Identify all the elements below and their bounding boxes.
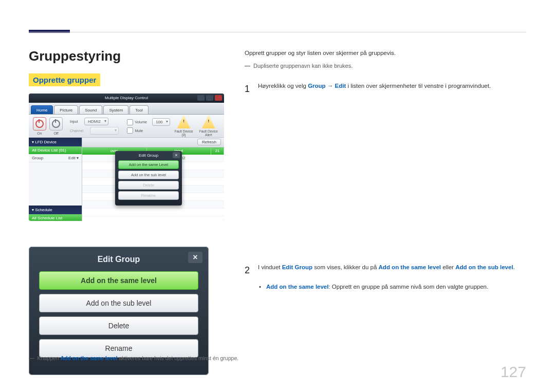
tab-sound[interactable]: Sound — [79, 105, 102, 114]
header-accent-bar — [29, 30, 70, 33]
step-1: 1 Høyreklikk og velg Group → Edit i list… — [245, 81, 526, 97]
fault-device-icon[interactable] — [177, 115, 191, 128]
tab-home[interactable]: Home — [31, 105, 53, 114]
dialog-title: Edit Group — [39, 255, 198, 264]
step-2: 2 I vinduet Edit Group som vises, klikke… — [245, 263, 526, 278]
text: eller — [441, 264, 455, 270]
close-icon[interactable] — [215, 95, 222, 101]
mini-rename-button[interactable]: Rename — [118, 191, 179, 200]
step-1-text: Høyreklikk og velg Group → Edit i listen… — [258, 81, 491, 97]
text: . — [513, 264, 515, 270]
power-on-label: On — [37, 132, 42, 135]
mute-checkbox[interactable] — [127, 127, 133, 134]
intro-text: Opprett grupper og styr listen over skje… — [245, 48, 526, 59]
header-rule — [29, 32, 526, 32]
footnote: ― Knappen Add on the same level aktivere… — [29, 355, 238, 361]
maximize-icon[interactable] — [206, 95, 213, 101]
sidebar-all-schedule[interactable]: All Schedule List — [29, 214, 82, 221]
dialog-close-icon[interactable]: × — [188, 252, 202, 263]
input-dropdown[interactable]: HDMI2 — [84, 118, 108, 125]
mdc-tabs: Home Picture Sound System Tool — [29, 103, 224, 115]
mini-delete-button[interactable]: Delete — [118, 181, 179, 190]
grid-toolbar: Refresh — [82, 138, 224, 147]
text: Knappen — [38, 355, 61, 361]
power-on-group: On — [33, 117, 46, 135]
sidebar-group-label: Group — [32, 156, 43, 160]
footnote-text: Knappen Add on the same level aktiveres … — [38, 355, 239, 361]
keyword-add-sub: Add on the sub level — [455, 264, 513, 270]
page-number: 127 — [501, 363, 526, 381]
volume-label: Volume — [135, 120, 147, 124]
mute-label: Mute — [135, 129, 143, 133]
text: : Opprett en gruppe på samme nivå som de… — [328, 284, 488, 290]
text: aktiveres bare hvis det opprettes minst … — [117, 355, 238, 361]
window-buttons — [197, 95, 222, 101]
mini-add-sub-level-button[interactable]: Add on the sub level — [118, 171, 179, 179]
input-label: Input — [70, 120, 78, 123]
footnote-dash-icon: ― — [29, 355, 34, 361]
volume-value[interactable]: 100 — [152, 118, 170, 126]
arrow: → — [326, 83, 335, 89]
grid-header-cell: 21 — [211, 147, 224, 155]
refresh-button[interactable]: Refresh — [197, 139, 221, 145]
mdc-toolbar: On Off Input HDMI2 Channel Volume 100 Mu… — [29, 115, 224, 138]
step-2-text: I vinduet Edit Group som vises, klikker … — [258, 263, 515, 278]
channel-label: Channel — [70, 129, 83, 133]
power-off-button[interactable] — [49, 117, 63, 130]
mini-dialog-title-text: Edit Group — [139, 153, 158, 158]
mdc-titlebar: Multiple Display Control — [29, 94, 224, 103]
sidebar-all-devices[interactable]: All Device List (01) — [29, 146, 82, 154]
tab-picture[interactable]: Picture — [54, 105, 78, 114]
power-on-icon — [35, 120, 44, 128]
fault-device-group: Fault Device (0) — [173, 115, 194, 137]
mini-dialog-close-icon[interactable]: × — [173, 152, 180, 158]
power-off-icon — [52, 120, 60, 128]
keyword-add-same: Add on the same level — [60, 355, 117, 361]
page: Gruppestyring Opprette grupper Multiple … — [0, 0, 555, 392]
note-dash-icon: ― — [245, 62, 250, 70]
left-column: Gruppestyring Opprette grupper Multiple … — [29, 48, 224, 375]
page-title: Gruppestyring — [29, 48, 224, 64]
minimize-icon[interactable] — [197, 95, 205, 101]
input-group: Input HDMI2 Channel — [70, 118, 119, 135]
mini-add-same-level-button[interactable]: Add on the same Level — [118, 160, 179, 169]
bullet-text: Add on the same level: Opprett en gruppe… — [266, 282, 488, 292]
mini-dialog-title: Edit Group × — [118, 153, 179, 158]
volume-checkbox[interactable] — [127, 119, 133, 125]
mdc-sidebar: ▾ LFD Device All Device List (01) Group … — [29, 138, 82, 221]
step-number: 1 — [245, 81, 251, 97]
add-sub-level-button[interactable]: Add on the sub level — [39, 294, 198, 312]
sidebar-spacer — [29, 162, 82, 206]
text: Høyreklikk og velg — [258, 83, 308, 89]
sidebar-header-lfd[interactable]: ▾ LFD Device — [29, 138, 82, 146]
bullet-dot-icon: • — [259, 282, 261, 292]
power-off-label: Off — [53, 132, 58, 135]
keyword-add-same: Add on the same level — [266, 284, 328, 290]
keyword-edit-group: Edit Group — [282, 264, 312, 270]
keyword-add-same: Add on the same level — [379, 264, 441, 270]
text: I vinduet — [258, 264, 282, 270]
sidebar-group-row[interactable]: Group Edit ▾ — [29, 154, 82, 162]
keyword-edit: Edit — [335, 83, 346, 89]
step-number: 2 — [245, 263, 251, 278]
right-column: Opprett grupper og styr listen over skje… — [245, 48, 526, 375]
delete-button[interactable]: Delete — [39, 316, 198, 335]
tab-tool[interactable]: Tool — [130, 105, 149, 114]
power-on-button[interactable] — [33, 117, 46, 130]
sidebar-group-edit[interactable]: Edit ▾ — [68, 156, 79, 160]
add-same-level-button[interactable]: Add on the same level — [39, 271, 198, 290]
content-columns: Gruppestyring Opprette grupper Multiple … — [29, 48, 526, 375]
text: i listen over skjermenheter til venstre … — [346, 83, 491, 89]
fault-alert-group: Fault Device Alert — [197, 115, 220, 137]
fault-alert-icon[interactable] — [202, 115, 215, 128]
tab-system[interactable]: System — [103, 105, 128, 114]
sidebar-header-schedule[interactable]: ▾ Schedule — [29, 206, 82, 214]
keyword-group: Group — [308, 83, 326, 89]
fault-device-label: Fault Device (0) — [173, 129, 194, 137]
fault-alert-label: Fault Device Alert — [197, 129, 220, 137]
section-subheading: Opprette grupper — [29, 73, 100, 86]
mdc-screenshot: Multiple Display Control Home Picture So… — [29, 94, 224, 221]
volume-group: Volume 100 Mute — [127, 118, 171, 134]
channel-dropdown[interactable] — [90, 127, 119, 135]
table-row — [82, 209, 224, 216]
